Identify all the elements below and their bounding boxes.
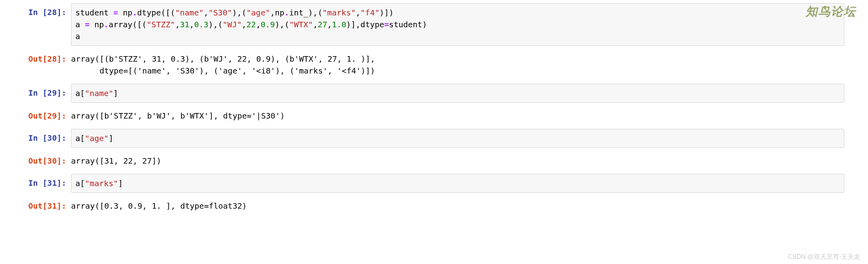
code-token: 1.0: [332, 20, 346, 29]
code-token: ),(: [208, 20, 223, 29]
code-token: 0.3: [194, 20, 208, 29]
output-text: array([0.3, 0.9, 1. ], dtype=float32): [71, 197, 868, 215]
output-cell: Out[31]:array([0.3, 0.9, 1. ], dtype=flo…: [0, 197, 868, 215]
code-token: .: [133, 8, 137, 17]
output-prompt: Out[30]:: [0, 152, 71, 167]
code-token: ,: [313, 20, 318, 29]
code-token: ,: [356, 8, 361, 17]
code-token: .: [104, 20, 108, 29]
code-token: =: [113, 8, 118, 17]
code-token: ),(: [232, 8, 246, 17]
code-token: ,: [204, 8, 208, 17]
code-token: a[: [75, 134, 85, 143]
code-token: np: [118, 8, 132, 17]
code-token: "f4": [361, 8, 380, 17]
code-input[interactable]: a["age"]: [71, 129, 844, 148]
watermark-top: 知鸟论坛: [806, 2, 856, 20]
input-prompt: In [29]:: [0, 84, 71, 99]
code-input[interactable]: a["name"]: [71, 84, 844, 103]
input-prompt: In [28]:: [0, 3, 71, 18]
input-prompt: In [31]:: [0, 174, 71, 189]
code-token: "marks": [322, 8, 355, 17]
code-token: "STZZ": [147, 20, 175, 29]
output-text: array([31, 22, 27]): [71, 152, 868, 170]
input-cell: In [28]:student = np.dtype([("name","S30…: [0, 3, 868, 46]
code-token: array([(: [108, 20, 146, 29]
output-text: array([(b'STZZ', 31, 0.3), (b'WJ', 22, 0…: [71, 50, 868, 80]
code-token: "age": [247, 8, 270, 17]
code-token: "name": [175, 8, 204, 17]
code-token: "age": [85, 134, 108, 143]
code-token: a[: [75, 89, 85, 98]
code-token: ,np: [270, 8, 284, 17]
code-token: .: [284, 8, 289, 17]
input-prompt: In [30]:: [0, 129, 71, 144]
code-token: ,: [327, 20, 332, 29]
code-token: dtype([(: [137, 8, 175, 17]
code-token: ),(: [275, 20, 289, 29]
output-cell: Out[28]:array([(b'STZZ', 31, 0.3), (b'WJ…: [0, 50, 868, 80]
code-token: )],dtype: [346, 20, 384, 29]
code-token: student: [75, 8, 113, 17]
code-input[interactable]: student = np.dtype([("name","S30"),("age…: [71, 3, 844, 46]
code-token: ,: [189, 20, 194, 29]
code-token: a: [75, 20, 85, 29]
code-token: ]: [118, 179, 123, 188]
output-prompt: Out[28]:: [0, 50, 71, 65]
code-input[interactable]: a["marks"]: [71, 174, 844, 193]
output-cell: Out[29]:array([b'STZZ', b'WJ', b'WTX'], …: [0, 107, 868, 125]
code-token: ,: [175, 20, 180, 29]
code-token: "name": [85, 89, 113, 98]
code-token: ,: [242, 20, 247, 29]
code-token: np: [90, 20, 104, 29]
code-token: =: [384, 20, 389, 29]
code-token: ]: [113, 89, 118, 98]
code-token: student): [389, 20, 427, 29]
input-cell: In [30]:a["age"]: [0, 129, 868, 148]
code-token: "WTX": [289, 20, 313, 29]
code-token: 27: [318, 20, 327, 29]
code-token: )]): [380, 8, 394, 17]
output-text: array([b'STZZ', b'WJ', b'WTX'], dtype='|…: [71, 107, 868, 125]
code-token: ,: [256, 20, 261, 29]
input-cell: In [31]:a["marks"]: [0, 174, 868, 193]
code-token: =: [85, 20, 90, 29]
code-token: ]: [108, 134, 113, 143]
output-prompt: Out[31]:: [0, 197, 71, 212]
code-token: 31: [180, 20, 189, 29]
code-token: a: [75, 32, 80, 41]
code-token: "marks": [85, 179, 118, 188]
input-cell: In [29]:a["name"]: [0, 84, 868, 103]
code-token: a[: [75, 179, 85, 188]
code-token: "WJ": [223, 20, 241, 29]
code-token: int_),(: [289, 8, 322, 17]
output-prompt: Out[29]:: [0, 107, 71, 122]
code-token: "S30": [208, 8, 232, 17]
output-cell: Out[30]:array([31, 22, 27]): [0, 152, 868, 170]
code-token: 22: [247, 20, 256, 29]
watermark-bottom: CSDN @双天至尊-王天龙: [788, 252, 860, 262]
code-token: 0.9: [261, 20, 275, 29]
